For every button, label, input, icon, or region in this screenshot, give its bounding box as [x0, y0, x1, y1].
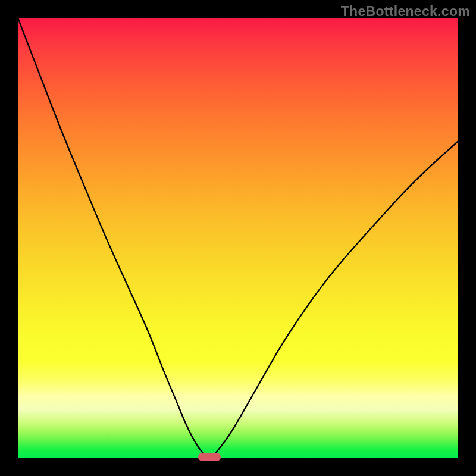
plot-area: [18, 18, 458, 458]
bottleneck-curve: [18, 18, 458, 458]
watermark-text: TheBottleneck.com: [341, 4, 470, 20]
optimal-point-marker: [198, 453, 221, 461]
chart-container: TheBottleneck.com: [0, 0, 476, 476]
